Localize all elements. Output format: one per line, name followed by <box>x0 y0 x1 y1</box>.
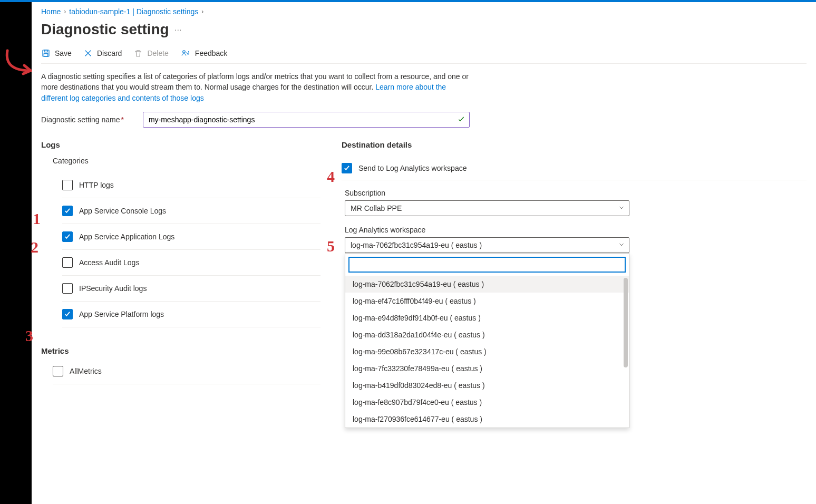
log-category-row: IPSecurity Audit logs <box>62 276 320 302</box>
log-category-label: Access Audit Logs <box>79 258 139 267</box>
save-button[interactable]: Save <box>41 49 72 58</box>
log-category-checkbox[interactable] <box>62 180 73 190</box>
log-category-checkbox[interactable] <box>62 257 73 268</box>
destination-column: Destination details Send to Log Analytic… <box>342 140 807 384</box>
workspace-option[interactable]: log-ma-fe8c907bd79f4ce0-eu ( eastus ) <box>345 394 629 411</box>
metrics-list: AllMetrics <box>41 358 320 384</box>
discard-label: Discard <box>97 49 122 57</box>
workspace-option[interactable]: log-ma-f270936fce614677-eu ( eastus ) <box>345 411 629 428</box>
destination-form: Subscription MR Collab PPE Log Analytics… <box>342 189 807 253</box>
subscription-label: Subscription <box>345 189 807 197</box>
log-category-checkbox[interactable] <box>62 206 73 216</box>
toolbar: Save Discard Delete Feedback <box>41 49 807 64</box>
workspace-option[interactable]: log-ma-dd318a2da1d04f4e-eu ( eastus ) <box>345 326 629 343</box>
workspace-option[interactable]: log-ma-99e08b67e323417c-eu ( eastus ) <box>345 343 629 360</box>
workspace-option[interactable]: log-ma-7fc33230fe78499a-eu ( eastus ) <box>345 360 629 377</box>
annotation-5: 5 <box>327 237 335 255</box>
metrics-block: Metrics AllMetrics <box>41 346 320 384</box>
log-category-row: HTTP logs <box>62 172 320 198</box>
trash-icon <box>133 49 143 58</box>
log-category-label: HTTP logs <box>79 181 114 189</box>
feedback-icon <box>180 49 191 58</box>
log-category-label: IPSecurity Audit logs <box>79 284 147 293</box>
setting-name-label: Diagnostic setting name* <box>41 115 124 124</box>
subscription-select[interactable]: MR Collab PPE <box>345 200 629 216</box>
dropdown-scrollbar[interactable] <box>624 278 628 367</box>
workspace-option[interactable]: log-ma-7062fbc31c954a19-eu ( eastus ) <box>345 276 629 293</box>
svg-rect-2 <box>44 54 48 56</box>
chevron-right-icon: › <box>64 8 66 15</box>
logs-column: Logs Categories HTTP logsApp Service Con… <box>41 140 320 384</box>
delete-button: Delete <box>133 49 168 58</box>
send-to-law-checkbox[interactable] <box>342 163 352 173</box>
send-to-law-row: Send to Log Analytics workspace <box>342 157 807 180</box>
delete-label: Delete <box>147 49 168 57</box>
workspace-option[interactable]: log-ma-b419df0d83024ed8-eu ( eastus ) <box>345 377 629 394</box>
workspace-option[interactable]: log-ma-ef47c16fff0b4f49-eu ( eastus ) <box>345 293 629 309</box>
metrics-heading: Metrics <box>41 346 320 355</box>
logs-heading: Logs <box>41 140 320 149</box>
log-category-label: App Service Console Logs <box>79 207 166 215</box>
annotation-3: 3 <box>25 327 33 345</box>
close-icon <box>83 49 93 58</box>
chevron-right-icon: › <box>201 8 203 15</box>
metric-row: AllMetrics <box>53 358 320 384</box>
valid-check-icon <box>457 115 465 125</box>
setting-name-input[interactable] <box>143 112 470 128</box>
log-category-label: App Service Application Logs <box>79 232 174 241</box>
log-category-checkbox[interactable] <box>62 309 73 319</box>
breadcrumb-home[interactable]: Home <box>41 7 61 16</box>
subscription-value[interactable]: MR Collab PPE <box>345 200 629 216</box>
workspace-option[interactable]: log-ma-e94d8fe9df914b0f-eu ( eastus ) <box>345 309 629 326</box>
log-category-row: App Service Console Logs <box>62 198 320 224</box>
feedback-label: Feedback <box>195 49 227 57</box>
workspace-value[interactable]: log-ma-7062fbc31c954a19-eu ( eastus ) <box>345 237 629 253</box>
log-categories-list: HTTP logsApp Service Console LogsApp Ser… <box>41 172 320 327</box>
setting-name-input-wrap <box>143 112 470 128</box>
annotation-2: 2 <box>31 238 38 256</box>
workspace-dropdown: log-ma-7062fbc31c954a19-eu ( eastus )log… <box>345 253 629 428</box>
discard-button[interactable]: Discard <box>83 49 122 58</box>
metric-checkbox[interactable] <box>53 366 63 376</box>
annotation-arrow <box>1 47 41 83</box>
svg-point-3 <box>183 51 186 53</box>
setting-name-row: Diagnostic setting name* <box>41 112 807 128</box>
workspace-option-list: log-ma-7062fbc31c954a19-eu ( eastus )log… <box>345 276 629 428</box>
annotation-1: 1 <box>33 210 41 228</box>
required-asterisk: * <box>121 115 123 124</box>
page-title: Diagnostic setting <box>41 21 169 38</box>
breadcrumb-resource[interactable]: tabiodun-sample-1 | Diagnostic settings <box>69 7 198 16</box>
log-category-row: Access Audit Logs <box>62 250 320 276</box>
more-actions-icon[interactable]: … <box>174 24 183 35</box>
breadcrumb: Home › tabiodun-sample-1 | Diagnostic se… <box>41 2 807 18</box>
log-category-checkbox[interactable] <box>62 283 73 294</box>
save-icon <box>41 49 51 58</box>
workspace-label: Log Analytics workspace <box>345 226 807 234</box>
page-content: Home › tabiodun-sample-1 | Diagnostic se… <box>32 2 816 504</box>
svg-rect-1 <box>44 50 47 52</box>
form-columns: Logs Categories HTTP logsApp Service Con… <box>41 140 807 384</box>
description-text: A diagnostic setting specifies a list of… <box>41 71 473 103</box>
metric-label: AllMetrics <box>70 367 102 375</box>
annotation-4: 4 <box>327 168 335 186</box>
feedback-button[interactable]: Feedback <box>180 49 227 58</box>
categories-heading: Categories <box>41 157 320 165</box>
save-label: Save <box>55 49 72 57</box>
log-category-label: App Service Platform logs <box>79 310 164 318</box>
log-category-row: App Service Application Logs <box>62 224 320 250</box>
log-category-checkbox[interactable] <box>62 231 73 242</box>
setting-name-label-text: Diagnostic setting name <box>41 115 120 124</box>
send-to-law-label: Send to Log Analytics workspace <box>358 164 467 172</box>
destination-heading: Destination details <box>342 140 807 149</box>
workspace-select[interactable]: log-ma-7062fbc31c954a19-eu ( eastus ) lo… <box>345 237 629 253</box>
log-category-row: App Service Platform logs <box>62 302 320 327</box>
title-row: Diagnostic setting … <box>41 18 807 49</box>
workspace-search-input[interactable] <box>348 257 626 273</box>
